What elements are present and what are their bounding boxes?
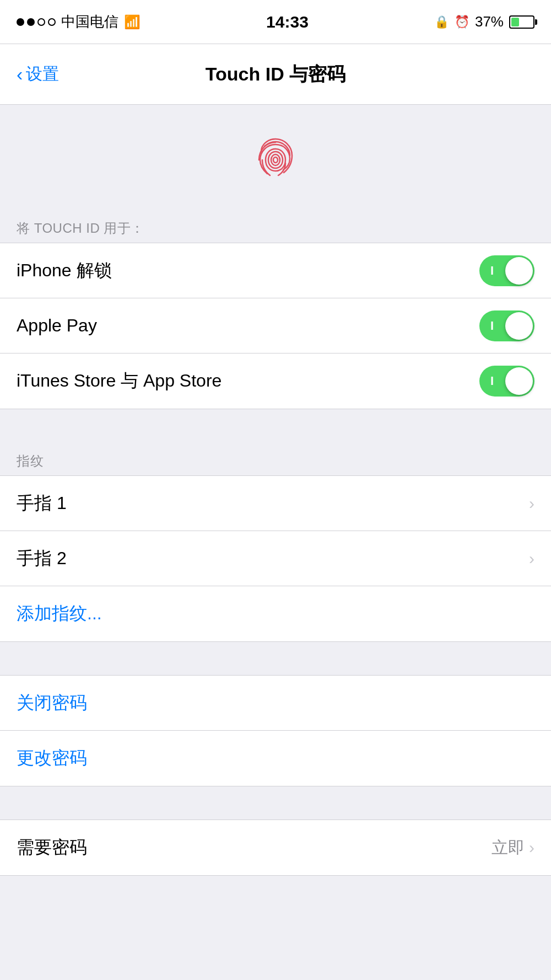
signal-dot-3	[37, 18, 45, 26]
chevron-right-icon-3: ›	[529, 838, 534, 857]
back-label: 设置	[26, 63, 59, 85]
alarm-icon: ⏰	[455, 15, 469, 29]
require-passcode-item[interactable]: 需要密码 立即 ›	[0, 820, 551, 875]
add-fingerprint-label: 添加指纹...	[17, 602, 102, 626]
apple-pay-toggle[interactable]: I	[479, 310, 534, 341]
navigation-bar: ‹ 设置 Touch ID 与密码	[0, 44, 551, 105]
finger-1-label: 手指 1	[17, 491, 67, 516]
toggle-knob-3	[505, 367, 533, 395]
fingerprint-list: 手指 1 › 手指 2 › 添加指纹...	[0, 475, 551, 642]
require-passcode-value: 立即	[491, 837, 525, 859]
wifi-icon: 📶	[124, 14, 141, 30]
itunes-appstore-item: iTunes Store 与 App Store I	[0, 354, 551, 409]
screen-lock-icon: 🔒	[434, 15, 449, 29]
iphone-unlock-item: iPhone 解锁 I	[0, 243, 551, 298]
status-bar: 中国电信 📶 14:33 🔒 ⏰ 37%	[0, 0, 551, 44]
require-passcode-label: 需要密码	[17, 836, 87, 860]
battery-percentage: 37%	[475, 13, 504, 30]
chevron-right-icon-1: ›	[529, 494, 534, 513]
carrier-label: 中国电信	[61, 12, 118, 31]
disable-passcode-item[interactable]: 关闭密码	[0, 676, 551, 731]
finger-1-item[interactable]: 手指 1 ›	[0, 476, 551, 531]
signal-dot-1	[17, 18, 24, 26]
battery-fill	[511, 18, 519, 26]
touch-id-list: iPhone 解锁 I Apple Pay I iTunes Store 与 A…	[0, 243, 551, 409]
change-passcode-item[interactable]: 更改密码	[0, 731, 551, 786]
itunes-appstore-toggle[interactable]: I	[479, 366, 534, 397]
signal-dot-2	[27, 18, 35, 26]
toggle-knob	[505, 257, 533, 285]
spacer-3	[0, 786, 551, 820]
toggle-i-icon-3: I	[490, 374, 494, 388]
iphone-unlock-toggle[interactable]: I	[479, 255, 534, 286]
signal-strength	[17, 18, 56, 26]
add-fingerprint-item[interactable]: 添加指纹...	[0, 586, 551, 641]
apple-pay-item: Apple Pay I	[0, 298, 551, 354]
status-time: 14:33	[266, 13, 309, 31]
toggle-i-icon-2: I	[490, 319, 494, 333]
disable-passcode-label: 关闭密码	[17, 691, 87, 715]
toggle-knob-2	[505, 312, 533, 340]
finger-2-item[interactable]: 手指 2 ›	[0, 531, 551, 586]
fingerprint-section-header: 指纹	[0, 442, 551, 475]
signal-dot-4	[48, 18, 56, 26]
change-passcode-label: 更改密码	[17, 746, 87, 770]
passcode-list: 关闭密码 更改密码	[0, 675, 551, 786]
chevron-right-icon-2: ›	[529, 549, 534, 568]
toggle-i-icon: I	[490, 264, 494, 278]
touch-id-section-header: 将 TOUCH ID 用于：	[0, 210, 551, 243]
require-passcode-value-container: 立即 ›	[491, 837, 534, 859]
fingerprint-header-section	[0, 105, 551, 210]
status-left: 中国电信 📶	[17, 12, 141, 31]
iphone-unlock-label: iPhone 解锁	[17, 259, 112, 283]
back-chevron-icon: ‹	[17, 63, 23, 85]
finger-2-label: 手指 2	[17, 547, 67, 571]
battery-icon	[509, 15, 534, 29]
status-right: 🔒 ⏰ 37%	[434, 13, 534, 30]
apple-pay-label: Apple Pay	[17, 315, 97, 336]
itunes-appstore-label: iTunes Store 与 App Store	[17, 369, 222, 393]
require-passcode-list: 需要密码 立即 ›	[0, 820, 551, 876]
spacer-1	[0, 409, 551, 442]
page-title: Touch ID 与密码	[206, 62, 345, 87]
back-button[interactable]: ‹ 设置	[17, 63, 59, 85]
spacer-2	[0, 642, 551, 675]
fingerprint-icon	[248, 132, 303, 188]
